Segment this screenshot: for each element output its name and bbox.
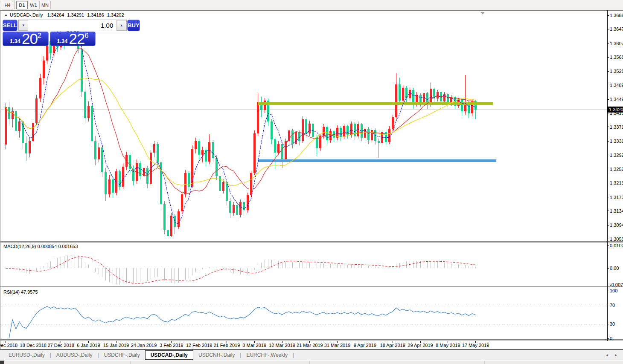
svg-text:3 Feb 2019: 3 Feb 2019 (160, 343, 183, 348)
tab-separator: | (293, 352, 294, 358)
svg-text:0.010229: 0.010229 (610, 243, 623, 248)
svg-text:29 Apr 2019: 29 Apr 2019 (408, 343, 433, 348)
ohlc-open: 1.34264 (47, 12, 64, 17)
sell-button[interactable]: SELL (3, 20, 17, 31)
sell-price-sup: 2 (38, 32, 41, 39)
svg-text:9 Dec 2018: 9 Dec 2018 (0, 343, 17, 348)
timeframe-button-h4[interactable]: H4 (2, 1, 13, 9)
tab-audusd-daily[interactable]: AUDUSD-,Daily (51, 351, 98, 359)
svg-text:1.32920: 1.32920 (610, 153, 623, 158)
svg-text:1.31730: 1.31730 (610, 195, 623, 200)
svg-text:1.33310: 1.33310 (610, 139, 623, 144)
tab-usdcnh-daily[interactable]: USDCNH-,Daily (193, 351, 240, 359)
svg-text:12 Feb 2019: 12 Feb 2019 (186, 343, 213, 348)
mt4-terminal: { "toolbar": { "timeframes": [ {"label":… (0, 0, 623, 364)
volume-increase-button[interactable]: ▲ (116, 20, 126, 31)
svg-text:1.33710: 1.33710 (610, 124, 623, 130)
svg-text:1.30940: 1.30940 (610, 222, 623, 228)
ohlc-close: 1.34202 (107, 12, 124, 17)
svg-text:0: 0 (610, 336, 612, 341)
tab-eurchf-weekly[interactable]: EURCHF-,Weekly (241, 351, 292, 359)
svg-text:1.32520: 1.32520 (610, 167, 623, 172)
collapse-arrow-icon[interactable]: ▲ (4, 13, 8, 17)
svg-text:21 Mar 2019: 21 Mar 2019 (297, 343, 323, 348)
timeframe-button-d1[interactable]: D1 (16, 1, 28, 9)
buy-price-prefix: 1.34 (57, 37, 67, 45)
status-chip (0, 361, 4, 364)
svg-text:1.32130: 1.32130 (610, 180, 623, 185)
timeframe-button-w1[interactable]: W1 (28, 1, 39, 9)
toolbar-separator (14, 0, 15, 9)
svg-text:1.31340: 1.31340 (610, 208, 623, 214)
one-click-trade-panel: SELL ▼ ▲ BUY 1.34 20 2 1.34 22 6 (3, 20, 96, 46)
svg-text:1.36470: 1.36470 (610, 26, 623, 32)
svg-text:27 Dec 2018: 27 Dec 2018 (47, 343, 74, 348)
buy-price-box[interactable]: 1.34 22 6 (50, 32, 96, 46)
tab-scroll-left-icon[interactable]: ◂ (606, 352, 608, 357)
svg-text:1.36860: 1.36860 (610, 13, 623, 18)
svg-text:18 Apr 2019: 18 Apr 2019 (380, 343, 405, 348)
svg-text:1.36070: 1.36070 (610, 41, 623, 46)
svg-text:1.30550: 1.30550 (610, 237, 623, 242)
svg-text:15 Jan 2019: 15 Jan 2019 (103, 343, 129, 348)
chart-title: ▲USDCAD-,Daily1.342641.342911.341861.342… (4, 12, 127, 17)
svg-text:0.00: 0.00 (610, 266, 619, 271)
ohlc-high: 1.34291 (67, 12, 84, 17)
tab-usdchf-daily[interactable]: USDCHF-,Daily (99, 351, 145, 359)
svg-text:17 May 2019: 17 May 2019 (462, 343, 489, 348)
buy-price-sup: 6 (84, 32, 88, 39)
svg-text:1.34890: 1.34890 (610, 83, 623, 88)
status-separator (484, 361, 485, 364)
sell-price-big: 20 (22, 32, 38, 45)
svg-text:1.35280: 1.35280 (610, 69, 623, 74)
buy-price-big: 22 (69, 32, 84, 45)
timeframe-toolbar: H4 D1 W1 MN (0, 0, 623, 10)
svg-text:24 Jan 2019: 24 Jan 2019 (131, 343, 157, 348)
svg-text:1.35680: 1.35680 (610, 55, 623, 60)
svg-text:8 May 2019: 8 May 2019 (436, 343, 460, 348)
ohlc-low: 1.34186 (87, 12, 104, 17)
tab-eurusd-daily[interactable]: EURUSD-,Daily (3, 351, 50, 359)
svg-text:21 Feb 2019: 21 Feb 2019 (214, 343, 240, 348)
timeframe-button-mn[interactable]: MN (39, 1, 51, 9)
svg-text:31 Mar 2019: 31 Mar 2019 (324, 343, 351, 348)
sell-price-box[interactable]: 1.34 20 2 (3, 32, 49, 46)
macd-indicator-label: MACD(12,26,9) 0.000854 0.001653 (3, 244, 78, 249)
buy-button[interactable]: BUY (127, 20, 140, 31)
svg-text:12 Mar 2019: 12 Mar 2019 (269, 343, 295, 348)
volume-decrease-button[interactable]: ▼ (18, 20, 28, 31)
status-bar (0, 360, 623, 364)
svg-text:6 Jan 2019: 6 Jan 2019 (77, 343, 100, 348)
svg-text:-0.007477: -0.007477 (610, 282, 623, 287)
status-separator (309, 361, 310, 364)
svg-text:70: 70 (610, 303, 615, 308)
tab-usdcad-daily[interactable]: USDCAD-,Daily (145, 350, 193, 360)
svg-text:3 Mar 2019: 3 Mar 2019 (242, 343, 266, 348)
tab-scroll-arrows: ◂ ▸ (606, 352, 617, 357)
volume-stepper: ▼ ▲ (18, 20, 127, 31)
svg-text:9 Apr 2019: 9 Apr 2019 (354, 343, 376, 348)
chart-tab-bar: EURUSD-,Daily | AUDUSD-,Daily | USDCHF-,… (0, 350, 623, 360)
svg-text:18 Dec 2018: 18 Dec 2018 (20, 343, 47, 348)
tab-scroll-right-icon[interactable]: ▸ (615, 352, 617, 357)
svg-text:1.34490: 1.34490 (610, 97, 623, 102)
rsi-indicator-label: RSI(14) 47.9575 (3, 289, 38, 295)
svg-text:100: 100 (610, 288, 617, 293)
status-separator (130, 361, 131, 364)
volume-input[interactable] (28, 20, 116, 31)
svg-text:30: 30 (610, 321, 615, 326)
chart-area[interactable]: 1.368601.364701.360701.356801.352801.348… (0, 10, 623, 350)
sell-price-prefix: 1.34 (10, 37, 20, 45)
bid-price-tag: 1.34202 (609, 107, 623, 112)
chart-symbol: USDCAD-,Daily (10, 12, 43, 17)
